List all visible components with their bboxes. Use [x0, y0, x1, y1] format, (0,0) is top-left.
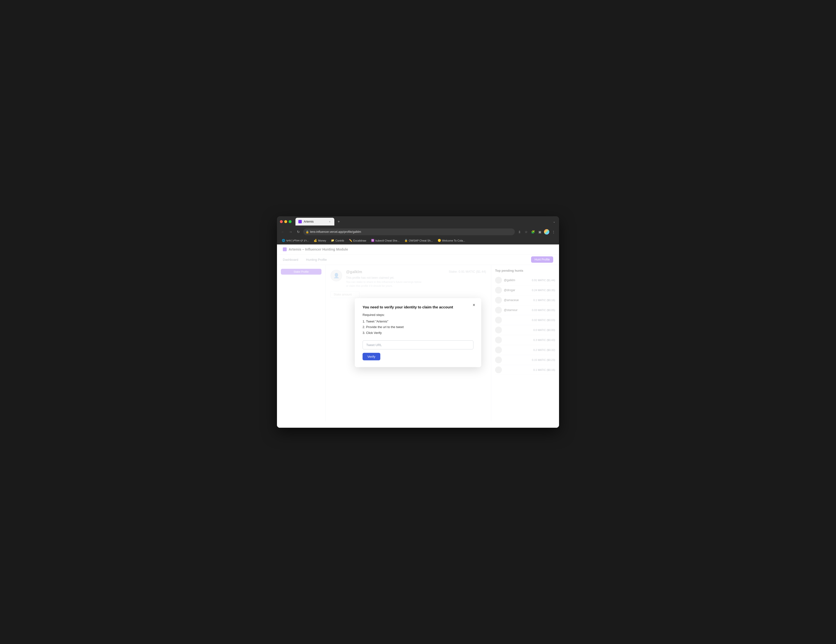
- bookmark-label-owasp: OWSAP Cheat Sh...: [409, 239, 433, 242]
- tab-close-icon[interactable]: ×: [328, 220, 331, 223]
- bookmark-item-kubectl[interactable]: ☸️ kubectl Cheat She...: [369, 238, 402, 243]
- menu-icon[interactable]: ⋮: [551, 229, 556, 235]
- bookmark-label-excalidraw: Excalidraw: [353, 239, 366, 242]
- verify-identity-modal: × You need to verify your identity to cl…: [355, 298, 481, 367]
- address-input[interactable]: [303, 228, 515, 235]
- address-actions: ⇫ ☆ 🧩 ▣ ⋮: [517, 229, 556, 235]
- modal-title: You need to verify your identity to clai…: [362, 305, 474, 309]
- bookmark-favicon-owasp: 🔒: [404, 239, 408, 242]
- lock-icon: 🔒: [306, 230, 309, 233]
- address-input-wrapper: 🔒: [303, 228, 515, 235]
- bookmark-label-hebrew: רב קו אונליין | סועי...: [286, 239, 309, 242]
- modal-container: × You need to verify your identity to cl…: [355, 298, 481, 367]
- modal-steps: 1. Tweet "Artemis" 2. Provide the url to…: [362, 319, 474, 336]
- modal-required-label: Required steps:: [362, 313, 474, 317]
- bookmark-favicon-hebrew: 🌐: [282, 239, 285, 242]
- expand-icon[interactable]: ⌄: [552, 220, 556, 223]
- app-content: Artemis – Influencer Hunting Module Dash…: [277, 245, 559, 428]
- back-button[interactable]: ←: [280, 229, 286, 235]
- minimize-window-button[interactable]: [284, 220, 287, 223]
- reload-button[interactable]: ↻: [296, 229, 301, 235]
- share-icon[interactable]: ⇫: [517, 229, 522, 235]
- verify-button[interactable]: Verify: [362, 353, 380, 360]
- traffic-lights: [280, 220, 292, 223]
- tab-title: Artemis: [304, 220, 326, 223]
- modal-step-1: 1. Tweet "Artemis": [362, 319, 474, 324]
- bookmark-item-hebrew[interactable]: 🌐 רב קו אונליין | סועי...: [280, 238, 311, 243]
- bookmark-favicon-kubectl: ☸️: [371, 239, 374, 242]
- bookmark-item-colab[interactable]: 🟡 Welcome To Cola...: [436, 238, 467, 243]
- bookmark-star-icon[interactable]: ☆: [524, 229, 529, 235]
- page-content: Artemis – Influencer Hunting Module Dash…: [277, 245, 559, 428]
- modal-step-3: 3. Click Verify: [362, 330, 474, 335]
- bookmark-item-money[interactable]: 💰 Money: [312, 238, 328, 243]
- browser-profile-avatar[interactable]: [544, 229, 549, 235]
- active-tab[interactable]: Artemis ×: [296, 218, 334, 225]
- modal-close-button[interactable]: ×: [470, 302, 477, 308]
- tab-favicon-icon: [298, 220, 302, 223]
- sidebar-toggle-icon[interactable]: ▣: [537, 229, 542, 235]
- bookmark-favicon-money: 💰: [314, 239, 317, 242]
- address-bar: ← → ↻ 🔒 ⇫ ☆ 🧩 ▣ ⋮: [277, 227, 559, 237]
- bookmark-item-excalidraw[interactable]: ✏️ Excalidraw: [347, 238, 368, 243]
- forward-button[interactable]: →: [288, 229, 294, 235]
- bookmark-label-contrib: Contrib: [335, 239, 344, 242]
- title-bar: Artemis × + ⌄: [277, 216, 559, 227]
- bookmark-label-kubectl: kubectl Cheat She...: [376, 239, 400, 242]
- bookmark-item-contrib[interactable]: 📁 Contrib: [329, 238, 346, 243]
- close-window-button[interactable]: [280, 220, 283, 223]
- tab-bar: Artemis × +: [296, 218, 550, 225]
- window-controls: ⌄: [552, 220, 556, 223]
- modal-step-2: 2. Provide the url to the tweet: [362, 324, 474, 330]
- new-tab-button[interactable]: +: [335, 218, 342, 225]
- bookmark-favicon-excalidraw: ✏️: [349, 239, 352, 242]
- maximize-window-button[interactable]: [289, 220, 292, 223]
- bookmark-label-money: Money: [318, 239, 326, 242]
- tweet-url-input[interactable]: [362, 341, 474, 349]
- bookmark-label-colab: Welcome To Cola...: [442, 239, 465, 242]
- bookmark-item-owasp[interactable]: 🔒 OWSAP Cheat Sh...: [402, 238, 435, 243]
- bookmark-favicon-contrib: 📁: [331, 239, 334, 242]
- bookmarks-bar: 🌐 רב קו אונליין | סועי... 💰 Money 📁 Cont…: [277, 237, 559, 245]
- browser-window: Artemis × + ⌄ ← → ↻ 🔒 ⇫ ☆ 🧩 ▣ ⋮ 🌐: [277, 216, 559, 428]
- extensions-icon[interactable]: 🧩: [530, 229, 536, 235]
- bookmark-favicon-colab: 🟡: [438, 239, 441, 242]
